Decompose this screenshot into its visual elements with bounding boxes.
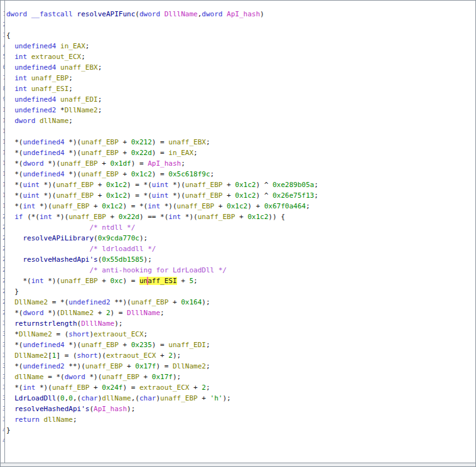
code-token: *( xyxy=(6,159,23,168)
code-token: ) = *( xyxy=(127,191,152,200)
code-token: *)( xyxy=(65,149,82,157)
code-token: DlllName xyxy=(127,309,160,317)
code-token: unaff_EDI xyxy=(60,95,98,104)
code-line[interactable]: } xyxy=(6,425,475,436)
code-token: unaff_EBP xyxy=(85,362,123,370)
code-token: uint xyxy=(23,191,40,200)
code-token: int xyxy=(6,85,31,93)
code-token: DllName2 xyxy=(14,352,48,360)
code-line[interactable]: *(undefined4 *)(unaff_EBP + 0x212) = una… xyxy=(6,137,475,148)
code-line[interactable]: undefined4 unaff_EDI; xyxy=(6,94,475,105)
code-token: ; xyxy=(206,341,210,349)
code-token: ); xyxy=(144,255,152,264)
code-line[interactable]: return dllName; xyxy=(6,414,475,425)
code-line[interactable] xyxy=(6,19,475,30)
code-line[interactable]: resolveHashedApi's(ApI_hash); xyxy=(6,404,475,414)
code-line[interactable]: *(uint *)(unaff_EBP + 0x1c2) = *(uint *)… xyxy=(6,180,475,190)
code-line[interactable]: undefined4 unaff_EBX; xyxy=(6,62,475,73)
code-token: ; xyxy=(160,309,165,317)
code-line[interactable]: undefined4 in_EAX; xyxy=(6,41,475,51)
line-number: 39 xyxy=(1,414,4,425)
code-token: = ( xyxy=(52,330,69,338)
code-line[interactable]: /* anti-hooking for LdrLoadDll */ xyxy=(6,265,475,276)
code-token: 0x5c618f9c xyxy=(168,170,210,178)
code-token: undefined4 xyxy=(23,149,65,157)
code-line[interactable]: *(undefined4 *)(unaff_EBP + 0x1c2) = 0x5… xyxy=(6,169,475,180)
code-line[interactable]: *(undefined4 *)(unaff_EBP + 0x235) = una… xyxy=(6,340,475,350)
code-token: ; xyxy=(144,330,148,338)
code-token: unaff_EBP xyxy=(81,138,119,146)
code-token: unaff_EBP xyxy=(177,202,215,210)
code-line[interactable]: /* ldrloaddll */ xyxy=(6,244,475,254)
code-token: 0x1c2 xyxy=(227,202,247,210)
code-token: *( xyxy=(6,202,23,210)
code-token: 0x1c2 xyxy=(247,213,268,221)
code-line[interactable]: resolveHashedApi's(0x55db1585); xyxy=(6,254,475,265)
code-token: + xyxy=(119,149,131,157)
code-line[interactable] xyxy=(6,126,475,137)
code-token: + xyxy=(106,213,119,221)
code-line[interactable]: { xyxy=(6,30,475,41)
code-token: DllName2 xyxy=(65,106,98,114)
code-token: ; xyxy=(206,362,210,370)
code-line[interactable]: returnstrlength(DlllName); xyxy=(6,318,475,329)
code-line[interactable]: *(int *)(unaff_EBP + 0xc) = unaff_ESI + … xyxy=(6,276,475,286)
code-token: unaff_EBP xyxy=(57,181,94,189)
code-line[interactable]: *(uint *)(unaff_EBP + 0x1c2) = *(uint *)… xyxy=(6,190,475,201)
code-line[interactable]: *DllName2 = (short)extraout_ECX; xyxy=(6,329,475,340)
code-line[interactable]: int extraout_ECX; xyxy=(6,51,475,62)
code-line[interactable]: dword __fastcall resolveAPIFunc(dword Dl… xyxy=(6,9,475,19)
code-token: ); xyxy=(127,405,135,413)
code-token: *)( xyxy=(52,213,69,221)
code-token: = *( xyxy=(44,373,65,381)
horizontal-scrollbar[interactable] xyxy=(1,463,475,466)
code-line[interactable]: undefined2 *DllName2; xyxy=(6,105,475,115)
code-token: 0x164 xyxy=(181,298,202,306)
line-number: 6 xyxy=(1,62,4,73)
code-token: *)( xyxy=(85,373,102,381)
code-line[interactable]: *(int *)(unaff_EBP + 0x24f) = extraout_E… xyxy=(6,382,475,393)
code-token: resolveAPIFunc xyxy=(77,10,136,18)
code-token: in_EAX xyxy=(60,42,85,50)
code-line[interactable]: if (*(int *)(unaff_EBP + 0x22d) == *(int… xyxy=(6,212,475,222)
code-line[interactable]: dword dllName; xyxy=(6,115,475,126)
code-token: *( xyxy=(6,170,23,178)
code-line[interactable]: /* ntdll */ xyxy=(6,222,475,233)
code-token: /* anti-hooking for LdrLoadDll */ xyxy=(6,266,227,274)
code-token: + xyxy=(177,277,190,285)
code-line[interactable]: *(undefined4 *)(unaff_EBP + 0x22d) = in_… xyxy=(6,148,475,158)
line-number: 18 xyxy=(1,190,4,201)
code-line[interactable]: int unaff_ESI; xyxy=(6,83,475,94)
code-token: undefined2 xyxy=(68,298,110,306)
code-line[interactable]: *(undefined2 **)(unaff_EBP + 0x17f) = Dl… xyxy=(6,361,475,372)
code-token: ; xyxy=(68,117,73,125)
code-token: + xyxy=(94,191,106,200)
code-area[interactable]: dword __fastcall resolveAPIFunc(dword Dl… xyxy=(5,1,475,463)
code-line[interactable]: } xyxy=(6,286,475,297)
code-token: ; xyxy=(314,191,318,200)
code-token: * xyxy=(60,106,65,114)
code-token: 0x1c2 xyxy=(131,170,152,178)
code-line[interactable]: DllName2[1] = (short)(extraout_ECX + 2); xyxy=(6,350,475,361)
code-line[interactable]: *(int *)(unaff_EBP + 0x1c2) = *(int *)(u… xyxy=(6,201,475,212)
code-line[interactable]: *(dword *)(DllName2 + 2) = DlllName; xyxy=(6,308,475,318)
code-line[interactable]: LdrLoadDll(0,0,(char)dllName,(char)unaff… xyxy=(6,393,475,404)
code-token: unaff_EBP xyxy=(185,181,223,189)
code-token xyxy=(6,255,23,264)
line-number: 24 xyxy=(1,254,4,265)
code-token: + xyxy=(94,181,106,189)
code-line[interactable]: *(dword *)(unaff_EBP + 0x1df) = ApI_hash… xyxy=(6,158,475,169)
code-token: (*( xyxy=(27,213,40,221)
code-token: + xyxy=(139,373,152,381)
code-token: + xyxy=(198,394,210,402)
code-line[interactable]: resolveAPiLibrary(0x9cda770c); xyxy=(6,233,475,244)
line-number: 36 xyxy=(1,382,4,393)
code-line[interactable]: dllName = *(dword *)(unaff_EBP + 0x17f); xyxy=(6,372,475,382)
code-token: ) = xyxy=(152,149,169,157)
code-line[interactable]: int unaff_EBP; xyxy=(6,73,475,83)
code-token: uint xyxy=(23,181,40,189)
code-line[interactable]: DllName2 = *(undefined2 **)(unaff_EBP + … xyxy=(6,297,475,308)
code-token: ) = xyxy=(152,170,169,178)
code-token: ; xyxy=(314,181,318,189)
line-number-gutter: 1234567891011121314151617181920212223242… xyxy=(1,1,5,463)
